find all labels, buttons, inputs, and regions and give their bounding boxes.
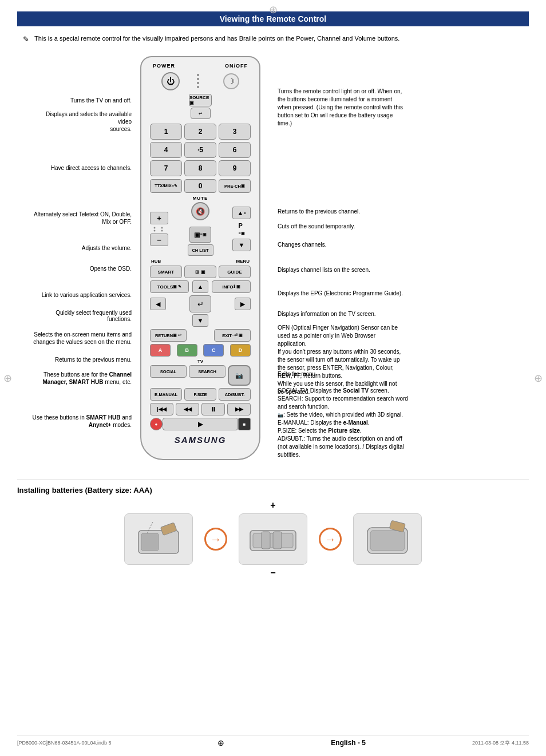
- svg-point-16: [153, 227, 155, 229]
- battery-step-2: + −: [239, 500, 307, 578]
- rlabel-prev-channel: Returns to the previous channel.: [278, 208, 360, 215]
- battery-step-3: [353, 513, 422, 565]
- ch-down-button[interactable]: ▼: [232, 239, 251, 251]
- menu-label: MENU: [236, 259, 250, 264]
- battery-img-2-inner: [239, 514, 307, 564]
- label-tools: Quickly select frequently used functions…: [31, 310, 132, 322]
- volume-column: + −: [150, 212, 168, 246]
- rlabel-exit: Exits the menu.: [278, 371, 317, 377]
- footer-center-mark: ⊕: [217, 738, 224, 747]
- return-exit-row: RETURN▣ ↩ EXIT−⏎ ▣: [150, 329, 251, 342]
- svg-rect-31: [141, 533, 159, 551]
- svg-point-14: [197, 82, 199, 84]
- camera-button[interactable]: 📷: [228, 365, 251, 386]
- source-button[interactable]: SOURCE ▣: [189, 94, 212, 106]
- return-button[interactable]: RETURN▣ ↩: [150, 329, 187, 342]
- svg-point-15: [197, 86, 199, 88]
- pause-button[interactable]: ⏸: [201, 403, 225, 415]
- remote-body: POWER ON/OFF ⏻ ☽: [140, 56, 260, 460]
- battery-img-3-inner: [354, 514, 421, 564]
- c-button[interactable]: C: [203, 344, 224, 357]
- btn-2[interactable]: 2: [184, 124, 216, 140]
- guide-button[interactable]: GUIDE: [219, 266, 251, 278]
- btn-5[interactable]: ·5: [184, 142, 216, 158]
- transport-row1: |◀◀ ◀◀ ⏸ ▶▶: [150, 403, 251, 415]
- battery-images: → +: [17, 500, 529, 578]
- dots-left: [153, 226, 159, 232]
- rlabel-epg: Displays the EPG (Electronic Programme G…: [278, 290, 403, 298]
- label-channel-manager: These buttons are for the ChannelManager…: [42, 371, 132, 386]
- battery-title: Installing batteries (Battery size: AAA): [17, 486, 529, 494]
- page: ⊕ ⊕ ⊕ Viewing the Remote Control ✎ This …: [0, 0, 546, 756]
- rewind-button[interactable]: ◀◀: [176, 403, 199, 415]
- nav-up-button[interactable]: ▲: [192, 280, 208, 293]
- battery-step-1: [124, 513, 193, 565]
- tools-button[interactable]: TOOLS▣ ✎: [150, 280, 189, 293]
- ch-up-button[interactable]: ▲≡: [232, 207, 251, 219]
- play-button[interactable]: ▶: [163, 418, 238, 430]
- a-button[interactable]: A: [150, 344, 171, 357]
- smart-button[interactable]: SMART: [150, 266, 182, 278]
- adsubt-button[interactable]: AD/SUBT.: [219, 388, 251, 401]
- social-button[interactable]: SOCIAL: [150, 365, 187, 378]
- power-button[interactable]: ⏻: [161, 72, 180, 90]
- prech-button[interactable]: PRE-CH▣: [219, 179, 251, 193]
- source-sub-button[interactable]: ↩: [191, 108, 211, 119]
- onoff-button[interactable]: ☽: [223, 73, 239, 89]
- remote-control: POWER ON/OFF ⏻ ☽: [134, 56, 266, 460]
- p-display: ▣≡▣: [189, 227, 211, 243]
- svg-rect-37: [273, 532, 282, 549]
- smart-guide-row: SMART ⊞ ▣ GUIDE: [150, 266, 251, 278]
- btn-4[interactable]: 4: [150, 142, 182, 158]
- search-button[interactable]: SEARCH: [189, 365, 225, 378]
- btn-8[interactable]: 8: [184, 160, 216, 176]
- psize-button[interactable]: P.SIZE: [184, 388, 216, 401]
- nav-right-button[interactable]: ▶: [235, 298, 251, 310]
- btn-3[interactable]: 3: [219, 124, 251, 140]
- onoff-label: ON/OFF: [225, 63, 248, 69]
- emanual-button[interactable]: E-MANUAL: [150, 388, 182, 401]
- menu-icons-button[interactable]: ⊞ ▣: [184, 266, 216, 278]
- battery-img-3: [353, 513, 422, 565]
- stop-button[interactable]: ■: [238, 418, 251, 430]
- middle-column: 🔇 ▣≡▣ CH LIST: [188, 202, 213, 256]
- nav-down-button[interactable]: ▼: [192, 314, 208, 327]
- vol-up-button[interactable]: +: [150, 212, 168, 224]
- btn-9[interactable]: 9: [219, 160, 251, 176]
- svg-point-12: [197, 74, 199, 76]
- mute-label: MUTE: [150, 196, 251, 201]
- print-mark-top: ⊕: [269, 3, 278, 16]
- chlist-button[interactable]: CH LIST: [188, 244, 213, 256]
- b-button[interactable]: B: [177, 344, 197, 357]
- exit-button[interactable]: EXIT−⏎ ▣: [214, 329, 251, 342]
- emanual-row: E-MANUAL P.SIZE AD/SUBT.: [150, 388, 251, 401]
- prev-track-button[interactable]: |◀◀: [150, 403, 173, 415]
- nav-enter-button[interactable]: ↵: [189, 295, 211, 312]
- vol-dots-row: [153, 226, 166, 232]
- samsung-logo: SAMSUNG: [150, 435, 251, 445]
- label-app-services: Link to various application services.: [42, 292, 132, 298]
- label-video-sources: Displays and selects the available video…: [31, 110, 132, 133]
- step1-arrow: →: [204, 528, 227, 551]
- footer-page-label: English - 5: [331, 739, 366, 747]
- rlabel-remote-light: Turns the remote control light on or off…: [278, 88, 403, 128]
- btn-1[interactable]: 1: [150, 124, 182, 140]
- fast-forward-button[interactable]: ▶▶: [227, 403, 251, 415]
- power-label: POWER: [153, 63, 175, 69]
- btn-7[interactable]: 7: [150, 160, 182, 176]
- note-text: ✎ This is a special remote control for t…: [17, 35, 529, 42]
- vol-down-button[interactable]: −: [150, 233, 168, 246]
- mute-button[interactable]: 🔇: [191, 202, 209, 220]
- print-mark-right: ⊕: [534, 372, 543, 385]
- record-button[interactable]: ●: [150, 418, 163, 430]
- info-button[interactable]: INFOℹ ▣: [212, 280, 251, 293]
- nav-left-button[interactable]: ◀: [150, 298, 166, 310]
- battery-svg-3: [359, 519, 416, 559]
- ttx-button[interactable]: TTX/MIX≡✎: [150, 179, 182, 193]
- d-button[interactable]: D: [230, 344, 251, 357]
- footer-file-info: [PD8000-XC]BN68-03451A-00L04.indb 5: [17, 740, 112, 746]
- battery-svg-1: [130, 519, 187, 559]
- btn-6[interactable]: 6: [219, 142, 251, 158]
- zero-button[interactable]: 0: [184, 179, 216, 193]
- label-menu-items: Selects the on-screen menu items andchan…: [33, 331, 132, 346]
